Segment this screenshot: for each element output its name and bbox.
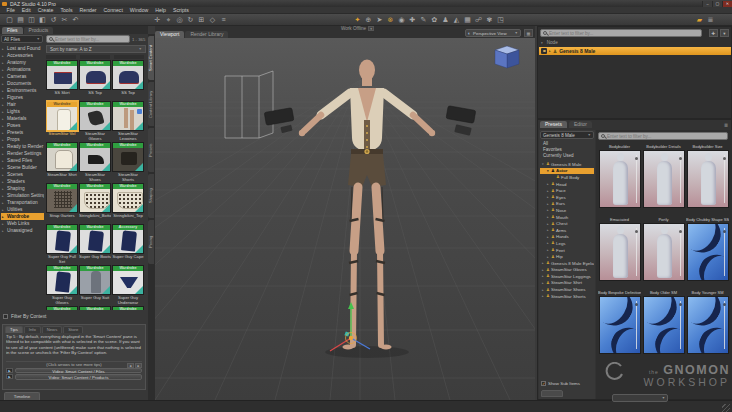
region-tree-row[interactable]: ▸ ♟ SteamStar Leggings: [540, 273, 594, 280]
menu-item[interactable]: Help: [152, 7, 170, 14]
open-folder-icon[interactable]: ▰: [694, 14, 705, 26]
category-item[interactable]: Lights: [1, 108, 44, 115]
category-item[interactable]: Anatomy: [1, 59, 44, 66]
category-item[interactable]: Accessories: [1, 52, 44, 59]
category-item[interactable]: Utilities: [1, 206, 44, 213]
region-tree-row[interactable]: ▸ ♟ Feet: [540, 247, 594, 254]
cut-icon[interactable]: ✂: [59, 14, 70, 26]
shape-preset[interactable]: Bodybuilder Details: [642, 143, 686, 216]
region-tree-row[interactable]: ▸ ♟ SteamStar Shorts: [540, 293, 594, 300]
tips-tab[interactable]: Store: [63, 326, 83, 333]
region-tree-row[interactable]: ▸ ♟ Chest: [540, 220, 594, 227]
category-item[interactable]: Documents: [1, 80, 44, 87]
menu-item[interactable]: Connect: [100, 7, 126, 14]
content-item[interactable]: Wardrobe Super Guy Boots: [79, 224, 112, 265]
region-tree-row[interactable]: ▸ ♟ SteamStar Shoes: [540, 286, 594, 293]
scene-search-input[interactable]: [549, 31, 699, 36]
content-item[interactable]: Wardrobe Super Guy Full Set: [46, 224, 79, 265]
category-item[interactable]: Cameras: [1, 73, 44, 80]
category-item[interactable]: Wardrobe: [1, 213, 44, 220]
shape-preset[interactable]: Body Chubby Shape SM: [686, 216, 730, 289]
scene-add-button[interactable]: ✚: [709, 29, 718, 37]
create-icon[interactable]: ✚: [407, 14, 418, 26]
viewport-3d-canvas[interactable]: [155, 38, 535, 400]
category-item[interactable]: Render Settings: [1, 150, 44, 157]
scene-search[interactable]: [540, 29, 702, 37]
open-file-icon[interactable]: ▤: [15, 14, 26, 26]
content-item[interactable]: Wardrobe SteamStar Gloves: [79, 101, 112, 142]
add-node-icon[interactable]: ⊕: [363, 14, 374, 26]
revert-icon[interactable]: ↺: [48, 14, 59, 26]
category-item[interactable]: Environments: [1, 87, 44, 94]
content-item[interactable]: Wardrobe SS Top: [112, 60, 145, 101]
category-item[interactable]: Scenes: [1, 171, 44, 178]
sort-dropdown[interactable]: Sort by name: A to Z▼: [46, 45, 146, 53]
undo-icon[interactable]: ↶: [70, 14, 81, 26]
content-item[interactable]: Wardrobe SteamStar Vol: [46, 101, 79, 142]
work-offline-toggle[interactable]: Work Offline ▾: [341, 26, 374, 31]
category-item[interactable]: Hair: [1, 101, 44, 108]
search-input[interactable]: [55, 37, 127, 42]
content-item[interactable]: Wardrobe: [46, 306, 79, 310]
menu-item[interactable]: Tools: [57, 7, 76, 14]
expand-icon[interactable]: ▸: [549, 49, 551, 53]
content-item[interactable]: Wardrobe SteamStar Shorts: [112, 142, 145, 183]
region-tree-row[interactable]: ▾ ♟ Genesis 8 Male: [540, 161, 594, 168]
shape-preset[interactable]: Portly: [642, 216, 686, 289]
side-pane-tab[interactable]: Presets: [148, 128, 154, 172]
region-tree-row[interactable]: ▸ ♟ Face: [540, 187, 594, 194]
content-item[interactable]: Wardrobe SteamStar Leggings: [112, 101, 145, 142]
region-tree-row[interactable]: ▸ ♟ Mouth: [540, 214, 594, 221]
presets-filter[interactable]: [598, 132, 728, 140]
minimize-button[interactable]: –: [702, 1, 712, 7]
content-item[interactable]: Wardrobe Stringbikini_Bottom: [79, 183, 112, 224]
menu-item[interactable]: Window: [126, 7, 151, 14]
toolbar-menu-icon[interactable]: ≣: [705, 14, 716, 26]
geometry-icon[interactable]: ◭: [451, 14, 462, 26]
category-item[interactable]: Simulation Settings: [1, 192, 44, 199]
shaping-tab[interactable]: Presets: [540, 121, 567, 128]
tab-render-library[interactable]: Render Library: [185, 31, 228, 38]
category-item[interactable]: Lost and Found: [1, 45, 44, 52]
tab-viewport[interactable]: Viewport: [155, 31, 184, 38]
menu-item[interactable]: Edit: [18, 7, 34, 14]
spin-tool-icon[interactable]: ↻: [185, 14, 196, 26]
tips-tab[interactable]: News: [42, 326, 62, 333]
content-item[interactable]: Wardrobe SS Top: [79, 60, 112, 101]
edit-icon[interactable]: ✎: [418, 14, 429, 26]
presets-filter-input[interactable]: [607, 134, 725, 139]
shape-preset[interactable]: Emaciated: [598, 216, 642, 289]
folder-filter-dropdown[interactable]: All Files▼: [1, 35, 43, 43]
side-pane-tab[interactable]: Content Library: [148, 82, 154, 126]
previous-tip-button[interactable]: ◂: [127, 363, 134, 368]
close-button[interactable]: ✕: [722, 1, 732, 7]
side-pane-tab[interactable]: Posing: [148, 220, 154, 264]
shape-preset[interactable]: Bodybuilder: [598, 143, 642, 216]
shape-preset[interactable]: Body Bespoke Definition SM: [598, 289, 642, 362]
category-item[interactable]: Animations: [1, 66, 44, 73]
node-select-icon[interactable]: ⌖: [163, 14, 174, 26]
translate-gizmo[interactable]: [330, 302, 370, 351]
region-tree-row[interactable]: ♟ Full Body: [540, 174, 594, 181]
category-item[interactable]: Saved Files: [1, 157, 44, 164]
viewport-options-icon[interactable]: ▦: [524, 29, 533, 37]
category-item[interactable]: Shaping: [1, 185, 44, 192]
tips-tab[interactable]: Tips: [5, 326, 23, 333]
rotate-tool-icon[interactable]: ◎: [174, 14, 185, 26]
timeline-pane-tab[interactable]: Timeline: [4, 392, 40, 400]
quick-list-item[interactable]: Currently Used: [540, 153, 594, 159]
category-item[interactable]: Web Links: [1, 220, 44, 227]
status-dropdown[interactable]: ▼: [612, 394, 668, 402]
category-item[interactable]: Presets: [1, 129, 44, 136]
pointer-icon[interactable]: ➤: [374, 14, 385, 26]
tab-products[interactable]: Products: [24, 27, 54, 34]
deform-icon[interactable]: ✿: [429, 14, 440, 26]
content-item[interactable]: Wardrobe: [112, 306, 145, 310]
content-item[interactable]: Wardrobe Strap Garters: [46, 183, 79, 224]
figure-selector-dropdown[interactable]: Genesis 8 Male▼: [540, 131, 594, 139]
link-icon[interactable]: ☍: [473, 14, 484, 26]
content-item[interactable]: Wardrobe SteamStar Shirt: [46, 142, 79, 183]
scene-node-row[interactable]: ▸ ♟ Genesis 8 Male: [539, 47, 731, 55]
genesis-figure[interactable]: [299, 60, 435, 350]
shaping-tab[interactable]: Editor: [569, 121, 592, 128]
